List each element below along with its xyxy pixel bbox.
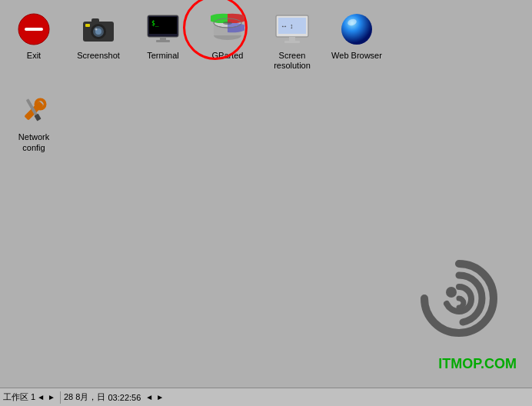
svg-point-32 (446, 287, 457, 298)
gparted-icon-item[interactable]: GParted (197, 6, 258, 65)
taskbar-date: 28 8月，日 (64, 391, 105, 403)
watermark-text: ITMOP.COM (438, 356, 517, 372)
svg-rect-1 (25, 28, 43, 31)
svg-rect-13 (156, 40, 170, 42)
web-browser-icon-item[interactable]: Web Browser (326, 6, 387, 65)
taskbar-nav-right[interactable]: ► (155, 393, 165, 401)
workspace-arrow-left[interactable]: ◄ (35, 393, 46, 401)
svg-text:↔: ↔ (281, 22, 288, 30)
screenshot-label: Screenshot (77, 51, 120, 61)
web-browser-label: Web Browser (331, 51, 382, 61)
debian-swirl-logo (409, 252, 509, 352)
svg-point-19 (223, 22, 232, 25)
workspace-label: 工作区 1 (3, 391, 35, 403)
taskbar-nav-left[interactable]: ◄ (144, 393, 155, 401)
web-browser-icon-image (338, 11, 375, 48)
screenshot-icon-item[interactable]: Screenshot (68, 6, 129, 65)
svg-point-26 (341, 14, 372, 45)
taskbar: 工作区 1 ◄ ► 28 8月，日 03:22:56 ◄ ► (0, 388, 532, 406)
workspace-arrow-right[interactable]: ► (46, 393, 57, 401)
network-config-label: Network config (6, 132, 62, 152)
terminal-label: Terminal (147, 51, 179, 61)
icon-row-1: Exit (0, 0, 532, 82)
exit-icon-item[interactable]: Exit (3, 6, 65, 65)
screen-resolution-icon-item[interactable]: ↔ ↕ Screen resolution (261, 6, 323, 75)
exit-label: Exit (27, 51, 41, 61)
screen-resolution-icon-image: ↔ ↕ (274, 11, 311, 48)
taskbar-time: 03:22:56 (108, 393, 141, 402)
desktop: Exit (0, 0, 532, 383)
svg-rect-3 (91, 18, 99, 23)
svg-rect-22 (289, 37, 295, 41)
screen-resolution-label: Screen resolution (264, 51, 320, 71)
svg-text:$_: $_ (151, 20, 159, 27)
icon-row-2: Network config (0, 82, 532, 163)
svg-rect-12 (160, 37, 166, 40)
svg-text:↕: ↕ (290, 22, 294, 30)
exit-icon-image (15, 11, 52, 48)
gparted-icon-image (209, 11, 246, 48)
terminal-icon-item[interactable]: $_ Terminal (132, 6, 194, 65)
terminal-icon-image: $_ (145, 11, 181, 48)
network-config-icon-item[interactable]: Network config (3, 88, 65, 157)
network-config-icon-image (15, 92, 52, 129)
taskbar-divider (60, 391, 61, 404)
screenshot-icon-image (80, 11, 117, 48)
svg-point-7 (95, 28, 98, 31)
svg-rect-23 (284, 41, 300, 43)
gparted-label: GParted (212, 51, 244, 61)
svg-rect-8 (85, 24, 90, 27)
